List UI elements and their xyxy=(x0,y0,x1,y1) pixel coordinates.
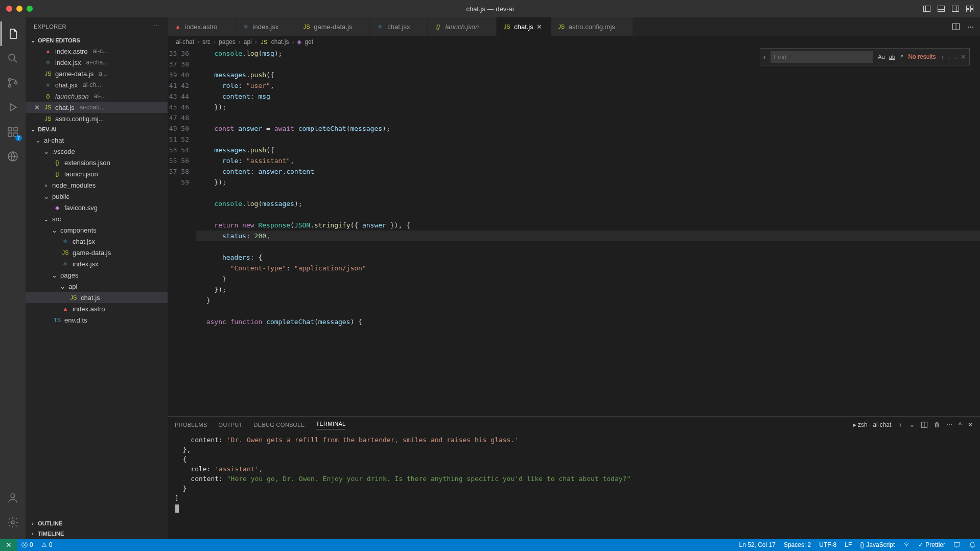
open-editor-item[interactable]: ✕⚛index.jsxai-cha... xyxy=(26,57,168,68)
more-icon[interactable]: ⋯ xyxy=(946,421,952,428)
layout-customize-icon[interactable] xyxy=(966,5,974,13)
activity-debug[interactable] xyxy=(1,95,25,120)
open-editor-item[interactable]: ✕{}launch.jsonai-... xyxy=(26,90,168,102)
find-in-selection-icon[interactable]: ≡ xyxy=(953,53,958,61)
folder-public[interactable]: ⌄public xyxy=(26,191,168,202)
project-header[interactable]: ⌄ DEV-AI xyxy=(26,124,168,134)
folder-components[interactable]: ⌄components xyxy=(26,224,168,236)
open-editor-item[interactable]: ✕JSastro.config.mj... xyxy=(26,113,168,124)
open-editor-item[interactable]: ✕▲index.astroai-c... xyxy=(26,45,168,57)
activity-source-control[interactable] xyxy=(1,71,25,95)
activity-settings[interactable] xyxy=(1,510,25,535)
file-game-data[interactable]: JSgame-data.js xyxy=(26,247,168,258)
terminal-shell-label[interactable]: ▸ zsh - ai-chat xyxy=(853,421,892,428)
json-icon: {} xyxy=(44,92,52,100)
editor-tab[interactable]: {}launch.json✕ xyxy=(428,17,497,36)
status-eol[interactable]: LF xyxy=(841,541,856,548)
tab-terminal[interactable]: TERMINAL xyxy=(316,421,345,429)
layout-panel-icon[interactable] xyxy=(937,5,945,13)
close-icon[interactable]: ✕ xyxy=(536,23,545,31)
outline-header[interactable]: › OUTLINE xyxy=(26,518,168,529)
status-spaces[interactable]: Spaces: 2 xyxy=(780,541,815,548)
find-input[interactable] xyxy=(771,51,873,63)
status-cursor[interactable]: Ln 52, Col 17 xyxy=(735,541,779,548)
status-errors[interactable]: ⓧ0 xyxy=(17,541,37,549)
activity-search[interactable] xyxy=(1,46,25,71)
tab-debug-console[interactable]: DEBUG CONSOLE xyxy=(254,422,305,428)
minimize-window[interactable] xyxy=(16,6,22,12)
status-bell[interactable] xyxy=(965,541,980,548)
status-bar: ⓧ0 ⚠0 Ln 52, Col 17 Spaces: 2 UTF-8 LF {… xyxy=(0,539,980,551)
next-match-icon[interactable]: ↓ xyxy=(947,53,951,61)
status-warnings[interactable]: ⚠0 xyxy=(37,541,57,548)
layout-sidebar-right-icon[interactable] xyxy=(951,5,960,13)
open-editor-item[interactable]: ✕JSchat.jsai-chat/... xyxy=(26,102,168,113)
editor-tab[interactable]: JSchat.js✕ xyxy=(497,17,551,36)
open-editor-item[interactable]: ✕JSgame-data.jsa... xyxy=(26,68,168,79)
folder-vscode[interactable]: ⌄.vscode xyxy=(26,146,168,157)
new-terminal-icon[interactable]: ＋ xyxy=(897,421,903,429)
code-content[interactable]: console.log(msg); messages.push({ role: … xyxy=(198,48,980,416)
editor-tab[interactable]: JSastro.config.mjs✕ xyxy=(551,17,633,36)
editor-tab[interactable]: JSgame-data.js✕ xyxy=(296,17,370,36)
editor-tab[interactable]: ▲index.astro✕ xyxy=(168,17,236,36)
terminal-content[interactable]: content: 'Dr. Owen gets a refill from th… xyxy=(168,433,980,539)
status-radio[interactable] xyxy=(899,541,914,548)
open-editors-header[interactable]: ⌄ OPEN EDITORS xyxy=(26,35,168,45)
kill-terminal-icon[interactable]: 🗑 xyxy=(934,421,940,428)
status-prettier[interactable]: ✓Prettier xyxy=(914,541,949,548)
status-language[interactable]: {}JavaScript xyxy=(856,541,899,548)
editor-tab[interactable]: ⚛index.jsx✕ xyxy=(236,17,297,36)
maximize-panel-icon[interactable]: ^ xyxy=(959,421,962,428)
more-icon[interactable]: ⋯ xyxy=(154,23,160,30)
close-find-icon[interactable]: ✕ xyxy=(961,53,966,61)
layout-sidebar-left-icon[interactable] xyxy=(923,5,931,13)
file-index-jsx[interactable]: ⚛index.jsx xyxy=(26,258,168,269)
svg-rect-9 xyxy=(971,10,973,12)
folder-api[interactable]: ⌄api xyxy=(26,281,168,292)
tab-output[interactable]: OUTPUT xyxy=(219,422,243,428)
folder-src[interactable]: ⌄src xyxy=(26,213,168,224)
file-favicon[interactable]: ◆favicon.svg xyxy=(26,202,168,213)
open-editor-item[interactable]: ✕⚛chat.jsxai-ch... xyxy=(26,79,168,90)
activity-remote[interactable] xyxy=(1,144,25,169)
close-icon[interactable]: ✕ xyxy=(33,104,41,111)
file-env-dts[interactable]: TSenv.d.ts xyxy=(26,314,168,326)
maximize-window[interactable] xyxy=(27,6,33,12)
status-feedback[interactable] xyxy=(949,541,965,548)
split-editor-icon[interactable] xyxy=(952,22,960,31)
breadcrumb[interactable]: ai-chat› src› pages› api› JS chat.js› ◈ … xyxy=(168,36,980,48)
jsx-icon: ⚛ xyxy=(61,237,69,245)
folder-pages[interactable]: ⌄pages xyxy=(26,269,168,281)
file-chat-jsx[interactable]: ⚛chat.jsx xyxy=(26,236,168,247)
split-terminal-icon[interactable] xyxy=(921,421,928,428)
file-extensions-json[interactable]: {}extensions.json xyxy=(26,157,168,168)
code-editor[interactable]: 35 36 37 38 39 40 41 42 43 44 45 46 47 4… xyxy=(168,48,980,416)
prev-match-icon[interactable]: ↑ xyxy=(941,53,944,61)
expand-replace-icon[interactable]: › xyxy=(763,53,765,61)
file-launch-json[interactable]: {}launch.json xyxy=(26,168,168,179)
editor-tab[interactable]: ⚛chat.jsx✕ xyxy=(370,17,428,36)
error-icon: ⓧ xyxy=(21,541,28,549)
file-chat-js[interactable]: JSchat.js xyxy=(26,292,168,303)
timeline-header[interactable]: › TIMELINE xyxy=(26,529,168,539)
folder-node-modules[interactable]: ›node_modules xyxy=(26,179,168,191)
check-icon: ✓ xyxy=(918,541,923,548)
activity-explorer[interactable] xyxy=(1,21,25,46)
activity-accounts[interactable] xyxy=(1,486,25,510)
close-panel-icon[interactable]: ✕ xyxy=(968,421,973,428)
tab-problems[interactable]: PROBLEMS xyxy=(175,422,207,428)
match-case-icon[interactable]: Aa xyxy=(878,54,884,60)
match-word-icon[interactable]: ab xyxy=(889,54,895,60)
terminal-dropdown-icon[interactable]: ⌄ xyxy=(909,421,915,428)
extensions-badge: 7 xyxy=(15,135,22,141)
json-icon: {} xyxy=(434,22,442,31)
more-icon[interactable]: ⋯ xyxy=(967,23,974,31)
close-window[interactable] xyxy=(6,6,12,12)
remote-indicator[interactable] xyxy=(0,539,17,551)
regex-icon[interactable]: .* xyxy=(899,54,903,60)
status-encoding[interactable]: UTF-8 xyxy=(815,541,841,548)
file-index-astro[interactable]: ▲index.astro xyxy=(26,303,168,314)
folder-ai-chat[interactable]: ⌄ai-chat xyxy=(26,134,168,146)
activity-extensions[interactable]: 7 xyxy=(1,120,25,144)
